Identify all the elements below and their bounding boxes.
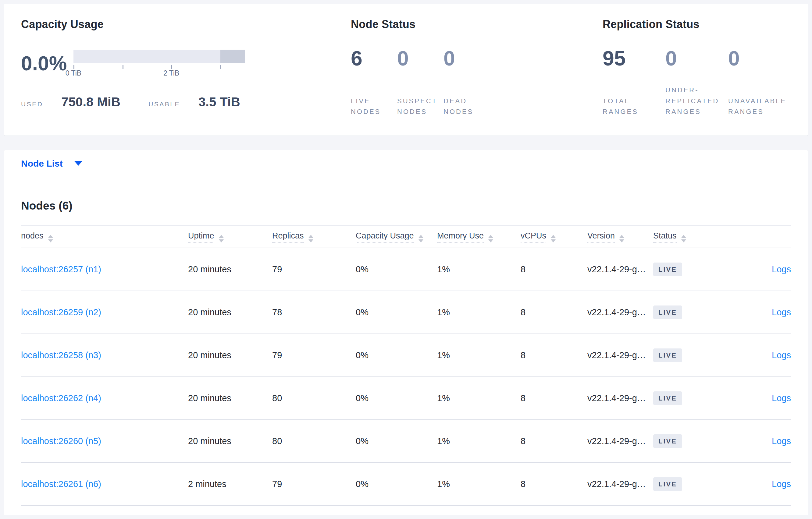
replicas-cell: 80 — [272, 436, 356, 446]
replicas-cell: 79 — [272, 479, 356, 489]
dead-nodes-value: 0 — [443, 48, 490, 68]
vcpus-cell: 8 — [521, 479, 587, 489]
node-link[interactable]: localhost:26261 (n6) — [21, 479, 101, 489]
uptime-cell: 20 minutes — [188, 264, 272, 274]
column-header-replicas[interactable]: Replicas — [272, 231, 356, 242]
live-nodes-label: LIVE NODES — [351, 96, 397, 122]
dead-nodes-stat: 0 DEAD NODES — [443, 48, 490, 122]
total-ranges-stat: 95 TOTAL RANGES — [603, 48, 665, 122]
tick-mark — [122, 65, 123, 69]
column-header-vcpus[interactable]: vCPUs — [521, 231, 587, 242]
dead-nodes-label: DEAD NODES — [443, 96, 490, 122]
memory-cell: 1% — [437, 307, 521, 317]
status-badge: LIVE — [653, 434, 682, 448]
status-badge: LIVE — [653, 391, 682, 405]
memory-cell: 1% — [437, 479, 521, 489]
sort-icon — [219, 235, 224, 242]
capacity-gauge: 0.0% 0 TiB 2 TiB — [21, 50, 351, 79]
column-header-uptime[interactable]: Uptime — [188, 231, 272, 242]
replication-status-stats: 95 TOTAL RANGES 0 UNDER- REPLICATED RANG… — [603, 48, 791, 122]
sort-icon — [551, 235, 556, 242]
suspect-nodes-label: SUSPECT NODES — [397, 96, 443, 122]
vcpus-cell: 8 — [521, 307, 587, 317]
node-status-section: Node Status 6 LIVE NODES 0 SUSPECT NODES… — [351, 18, 603, 122]
view-mode-dropdown[interactable]: Node List — [21, 158, 82, 169]
column-header-capacity-usage[interactable]: Capacity Usage — [356, 231, 437, 242]
node-link[interactable]: localhost:26257 (n1) — [21, 264, 101, 274]
status-badge: LIVE — [653, 305, 682, 319]
vcpus-cell: 8 — [521, 350, 587, 360]
capacity-bar-dark-segment — [221, 50, 245, 63]
table-row: localhost:26259 (n2) 20 minutes 78 0% 1%… — [21, 291, 791, 334]
logs-link[interactable]: Logs — [772, 264, 791, 274]
replicas-cell: 79 — [272, 264, 356, 274]
sort-icon — [619, 235, 624, 242]
capacity-usage-title: Capacity Usage — [21, 18, 351, 31]
replication-status-section: Replication Status 95 TOTAL RANGES 0 UND… — [603, 18, 791, 122]
capacity-cell: 0% — [356, 479, 437, 489]
status-badge: LIVE — [653, 477, 682, 491]
capacity-bar — [74, 50, 245, 63]
uptime-cell: 20 minutes — [188, 436, 272, 446]
tick-label-0tib: 0 TiB — [65, 69, 81, 78]
version-cell: v22.1.4-29-g… — [587, 436, 653, 446]
capacity-cell: 0% — [356, 436, 437, 446]
logs-link[interactable]: Logs — [772, 350, 791, 360]
logs-link[interactable]: Logs — [772, 307, 791, 317]
vcpus-cell: 8 — [521, 264, 587, 274]
used-label: USED — [21, 100, 43, 108]
unavailable-ranges-label: UNAVAILABLE RANGES — [728, 96, 791, 122]
node-link[interactable]: localhost:26260 (n5) — [21, 436, 101, 446]
capacity-cell: 0% — [356, 307, 437, 317]
version-cell: v22.1.4-29-g… — [587, 264, 653, 274]
column-header-nodes[interactable]: nodes — [21, 231, 188, 242]
tick-label-2tib: 2 TiB — [163, 69, 179, 78]
live-nodes-value: 6 — [351, 48, 397, 68]
node-link[interactable]: localhost:26262 (n4) — [21, 393, 101, 403]
total-ranges-label: TOTAL RANGES — [603, 96, 665, 122]
column-header-version[interactable]: Version — [587, 231, 653, 242]
node-list-card: Node List Nodes (6) nodes Uptime Replica… — [4, 150, 808, 515]
unavailable-ranges-value: 0 — [728, 48, 791, 68]
capacity-bar-ticks — [74, 63, 245, 69]
replication-status-title: Replication Status — [603, 18, 791, 31]
node-link[interactable]: localhost:26258 (n3) — [21, 350, 101, 360]
table-row: localhost:26260 (n5) 20 minutes 80 0% 1%… — [21, 420, 791, 463]
live-nodes-stat: 6 LIVE NODES — [351, 48, 397, 122]
tick-mark — [74, 65, 75, 69]
logs-link[interactable]: Logs — [772, 436, 791, 446]
vcpus-cell: 8 — [521, 393, 587, 403]
sort-icon — [418, 235, 424, 242]
column-header-status[interactable]: Status — [653, 231, 748, 242]
sort-icon — [488, 235, 493, 242]
nodes-table-header: nodes Uptime Replicas Capacity Usage Mem… — [21, 226, 791, 248]
node-link[interactable]: localhost:26259 (n2) — [21, 307, 101, 317]
version-cell: v22.1.4-29-g… — [587, 393, 653, 403]
table-row: localhost:26262 (n4) 20 minutes 80 0% 1%… — [21, 377, 791, 420]
tick-mark — [221, 65, 221, 69]
sort-icon — [681, 235, 686, 242]
nodes-section-title: Nodes (6) — [21, 200, 791, 212]
memory-cell: 1% — [437, 350, 521, 360]
capacity-cell: 0% — [356, 350, 437, 360]
uptime-cell: 20 minutes — [188, 307, 272, 317]
view-mode-label: Node List — [21, 158, 63, 169]
cluster-overview-card: Capacity Usage 0.0% 0 TiB 2 TiB — [4, 4, 808, 136]
version-cell: v22.1.4-29-g… — [587, 479, 653, 489]
column-header-memory-use[interactable]: Memory Use — [437, 231, 521, 242]
table-row: localhost:26257 (n1) 20 minutes 79 0% 1%… — [21, 248, 791, 291]
view-bar: Node List — [4, 150, 808, 177]
logs-link[interactable]: Logs — [772, 393, 791, 403]
unavailable-ranges-stat: 0 UNAVAILABLE RANGES — [728, 48, 791, 122]
vcpus-cell: 8 — [521, 436, 587, 446]
capacity-cell: 0% — [356, 393, 437, 403]
under-replicated-ranges-value: 0 — [665, 48, 728, 68]
logs-link[interactable]: Logs — [772, 479, 791, 489]
sort-icon — [309, 235, 313, 242]
version-cell: v22.1.4-29-g… — [587, 350, 653, 360]
memory-cell: 1% — [437, 393, 521, 403]
capacity-cell: 0% — [356, 264, 437, 274]
nodes-table-area: Nodes (6) nodes Uptime Replicas Capacity… — [4, 200, 808, 506]
chevron-down-icon — [75, 161, 82, 166]
uptime-cell: 2 minutes — [188, 479, 272, 489]
